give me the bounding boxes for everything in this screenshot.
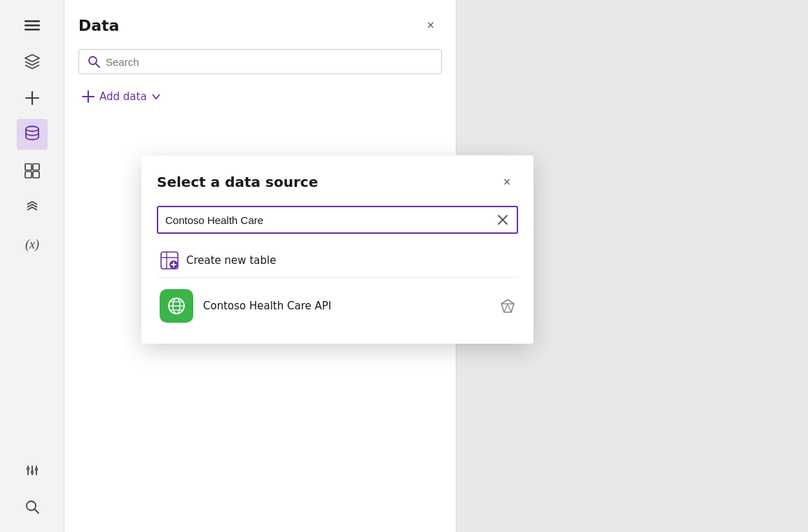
svg-rect-2 xyxy=(25,29,40,31)
dialog-header: Select a data source × xyxy=(157,171,518,193)
data-panel-header: Data × xyxy=(78,14,442,36)
create-new-table-button[interactable]: Create new table xyxy=(157,244,518,278)
svg-point-22 xyxy=(89,57,97,64)
create-new-table-label: Create new table xyxy=(186,254,276,267)
add-icon[interactable] xyxy=(17,83,48,113)
main-area: Data × Add data xyxy=(64,0,808,532)
svg-rect-8 xyxy=(25,172,32,178)
svg-point-5 xyxy=(26,127,39,132)
search-icon xyxy=(88,55,100,68)
hamburger-icon[interactable] xyxy=(17,10,48,41)
database-icon[interactable] xyxy=(17,119,48,150)
add-data-label: Add data xyxy=(99,90,147,103)
datasource-name-label: Contoso Health Care API xyxy=(203,300,490,312)
datasource-logo xyxy=(160,289,193,323)
svg-text:(x): (x) xyxy=(25,237,39,252)
sidebar: (x) xyxy=(0,0,64,532)
svg-line-23 xyxy=(96,64,99,67)
svg-rect-7 xyxy=(33,164,39,170)
settings-icon[interactable] xyxy=(17,455,48,486)
svg-line-21 xyxy=(34,510,39,514)
chevrons-icon[interactable] xyxy=(17,192,48,223)
components-icon[interactable] xyxy=(17,155,48,186)
svg-rect-1 xyxy=(25,24,40,27)
svg-point-18 xyxy=(31,471,33,473)
search-box xyxy=(78,49,442,74)
dialog-title: Select a data source xyxy=(157,174,318,190)
chevron-down-icon xyxy=(151,92,161,102)
datasource-search-input[interactable] xyxy=(165,214,490,226)
dialog-close-button[interactable]: × xyxy=(496,171,518,193)
svg-point-17 xyxy=(27,468,29,470)
svg-rect-6 xyxy=(25,164,32,170)
add-data-plus-icon xyxy=(81,90,95,104)
datasource-search-field[interactable] xyxy=(157,206,518,234)
datasource-item[interactable]: Contoso Health Care API xyxy=(157,281,518,331)
data-panel-title: Data xyxy=(78,17,119,34)
search-input[interactable] xyxy=(106,56,433,68)
create-table-icon xyxy=(160,251,179,270)
svg-marker-39 xyxy=(501,300,514,312)
svg-rect-0 xyxy=(25,20,40,22)
layers-icon[interactable] xyxy=(17,46,48,77)
search-sidebar-icon[interactable] xyxy=(17,491,48,522)
premium-diamond-icon xyxy=(500,298,515,314)
datasource-search-clear-button[interactable] xyxy=(496,213,510,227)
variable-icon[interactable]: (x) xyxy=(17,228,48,259)
svg-point-19 xyxy=(35,468,37,470)
data-panel-close-button[interactable]: × xyxy=(419,14,442,36)
svg-rect-9 xyxy=(33,172,39,178)
add-data-button[interactable]: Add data xyxy=(78,84,442,109)
datasource-dialog[interactable]: Select a data source × xyxy=(141,155,534,344)
